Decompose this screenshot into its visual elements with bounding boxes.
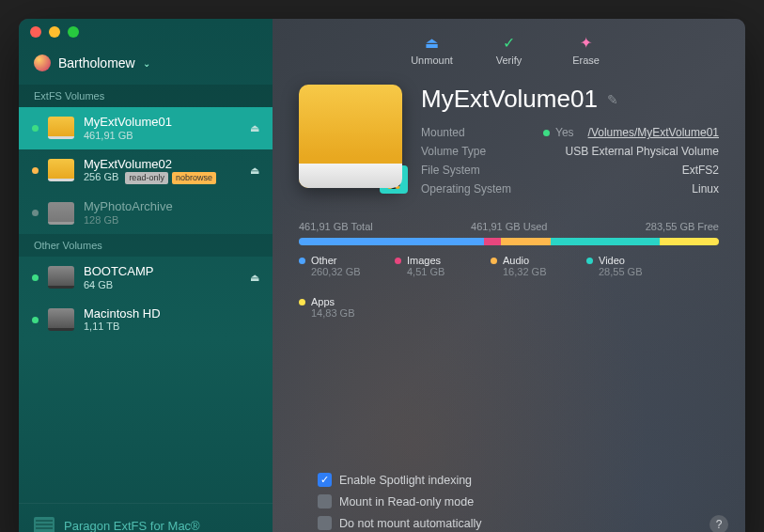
option-noauto[interactable]: Do not mount automatically	[318, 512, 719, 532]
sidebar-item-volume[interactable]: BOOTCAMP 64 GB ⏏	[19, 257, 273, 299]
volume-text: MyPhotoArchive 128 GB	[84, 199, 261, 227]
legend-item-apps: Apps14,83 GB	[299, 296, 376, 319]
legend-item-other: Other260,32 GB	[299, 255, 376, 277]
drive-icon	[48, 202, 74, 225]
option-label: Enable Spotlight indexing	[339, 474, 472, 487]
eject-icon[interactable]: ⏏	[248, 122, 261, 134]
hd-icon	[48, 308, 74, 331]
main-panel: ⏏ Unmount ✓ Verify ✦ Erase	[273, 19, 745, 532]
sidebar-footer[interactable]: Paragon ExtFS for Mac®	[19, 503, 273, 532]
zoom-icon[interactable]	[68, 26, 79, 38]
section-label-other: Other Volumes	[19, 234, 273, 257]
window-controls	[30, 26, 79, 38]
checkbox-icon	[318, 516, 332, 530]
volume-name: MyPhotoArchive	[84, 199, 261, 214]
status-dot-icon	[32, 125, 39, 132]
sidebar-item-volume[interactable]: Macintosh HD 1,11 TB	[19, 299, 273, 341]
eject-icon[interactable]: ⏏	[248, 164, 261, 177]
checkbox-icon: ✓	[318, 473, 332, 487]
legend-size: 16,32 GB	[503, 266, 568, 277]
volume-name: MyExtVolume02	[84, 157, 239, 172]
drive-icon	[48, 117, 74, 139]
toolbar-label: Verify	[496, 55, 522, 66]
usage-total: 461,91 GB Total	[299, 221, 373, 232]
legend-size: 28,55 GB	[599, 266, 663, 277]
sidebar-item-volume[interactable]: MyExtVolume01 461,91 GB ⏏	[19, 107, 273, 149]
meta-value-type: USB External Physical Volume	[566, 145, 719, 158]
usage-segment-other	[299, 238, 484, 245]
svg-point-0	[389, 170, 398, 181]
svg-point-2	[390, 179, 398, 186]
volume-header: MyExtVolume01 ✎ Mounted Yes /Volumes/MyE…	[273, 79, 745, 213]
footer-label: Paragon ExtFS for Mac®	[64, 519, 200, 533]
app-window: Bartholomew ⌄ ExtFS Volumes MyExtVolume0…	[19, 19, 745, 532]
status-dot-icon	[32, 167, 39, 174]
legend-label: Video	[599, 255, 625, 266]
chevron-down-icon: ⌄	[143, 58, 150, 69]
usage-free: 283,55 GB Free	[646, 221, 719, 232]
close-icon[interactable]	[30, 26, 41, 38]
volume-text: MyExtVolume02 256 GB read-only nobrowse	[84, 157, 239, 184]
volume-name: Macintosh HD	[84, 306, 261, 321]
legend-size: 4,51 GB	[407, 266, 472, 277]
section-label-extfs: ExtFS Volumes	[19, 85, 273, 107]
usage-segment-apps	[660, 238, 719, 245]
titlebar	[19, 19, 745, 45]
volume-size: 64 GB	[84, 279, 239, 291]
volume-name: BOOTCAMP	[84, 264, 239, 279]
option-spotlight[interactable]: ✓ Enable Spotlight indexing	[318, 469, 719, 491]
usage-legend: Other260,32 GBImages4,51 GBAudio16,32 GB…	[299, 255, 719, 319]
edit-icon[interactable]: ✎	[607, 92, 618, 107]
badge-readonly: read-only	[125, 172, 168, 184]
usage-segment-audio	[501, 238, 552, 245]
legend-item-video: Video28,55 GB	[586, 255, 663, 277]
legend-dot-icon	[491, 258, 497, 264]
sidebar: Bartholomew ⌄ ExtFS Volumes MyExtVolume0…	[19, 19, 273, 532]
avatar	[34, 55, 51, 71]
sidebar-item-volume[interactable]: MyPhotoArchive 128 GB	[19, 192, 273, 234]
volume-text: Macintosh HD 1,11 TB	[84, 306, 261, 334]
linux-icon	[380, 165, 408, 194]
usage-section: 461,91 GB Total 461,91 GB Used 283,55 GB…	[273, 213, 745, 319]
meta-label-fs: File System	[421, 164, 543, 177]
checkbox-icon	[318, 494, 332, 509]
usage-segment-video	[551, 238, 660, 245]
badge-nobrowse: nobrowse	[172, 172, 216, 184]
help-button[interactable]: ?	[709, 515, 728, 532]
volume-text: MyExtVolume01 461,91 GB	[84, 115, 239, 142]
legend-dot-icon	[299, 258, 305, 264]
volume-path-link[interactable]: /Volumes/MyExtVolume01	[588, 126, 719, 139]
svg-point-3	[391, 174, 393, 176]
status-dot-icon	[32, 317, 39, 323]
volume-size: 256 GB read-only nobrowse	[84, 171, 239, 184]
legend-label: Audio	[503, 255, 529, 266]
usage-segment-images	[484, 238, 501, 245]
legend-label: Apps	[311, 296, 335, 307]
option-label: Mount in Read-only mode	[339, 495, 474, 509]
drive-icon	[48, 159, 74, 181]
user-name: Bartholomew	[58, 55, 135, 70]
legend-dot-icon	[299, 299, 305, 305]
archive-icon	[34, 517, 55, 532]
meta-value-os: Linux	[692, 182, 719, 196]
legend-label: Other	[311, 255, 337, 266]
meta-label-os: Operating System	[421, 182, 543, 196]
meta-label-mounted: Mounted	[421, 126, 543, 139]
toolbar-label: Erase	[572, 55, 600, 66]
legend-item-audio: Audio16,32 GB	[491, 255, 568, 277]
usage-bar	[299, 238, 719, 245]
svg-point-7	[387, 186, 392, 189]
eject-icon[interactable]: ⏏	[248, 272, 261, 284]
minimize-icon[interactable]	[49, 26, 60, 38]
toolbar-label: Unmount	[411, 55, 453, 66]
svg-point-5	[392, 175, 393, 176]
volume-size: 1,11 TB	[84, 321, 261, 333]
meta-label-type: Volume Type	[421, 145, 543, 158]
sidebar-item-volume[interactable]: MyExtVolume02 256 GB read-only nobrowse …	[19, 149, 273, 192]
status-dot-icon	[32, 274, 39, 281]
svg-point-8	[396, 186, 400, 189]
legend-dot-icon	[586, 258, 593, 264]
user-menu[interactable]: Bartholomew ⌄	[19, 51, 273, 85]
status-dot-icon	[543, 130, 550, 136]
option-readonly[interactable]: Mount in Read-only mode	[318, 491, 719, 512]
